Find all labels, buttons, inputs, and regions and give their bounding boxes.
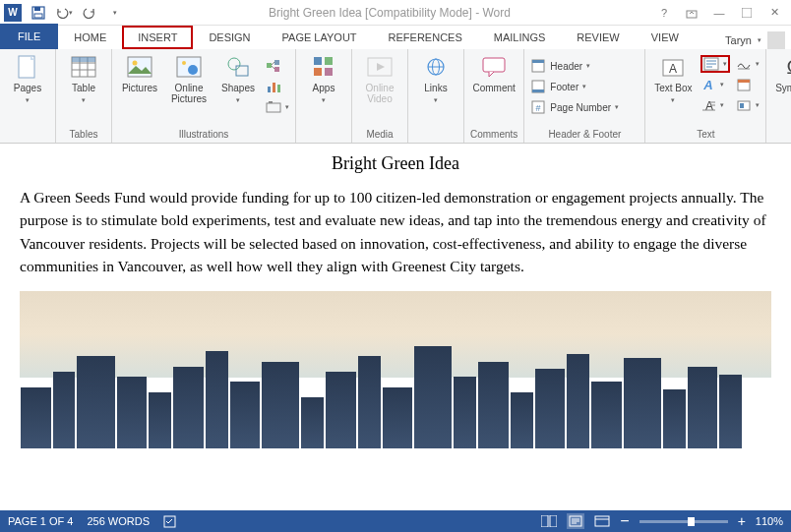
signature-line-button[interactable]: ▾ [736,55,760,73]
apps-button[interactable]: Apps▾ [302,53,345,104]
ribbon-tabs: FILE HOME INSERT DESIGN PAGE LAYOUT REFE… [0,26,791,49]
screenshot-button[interactable]: ▾ [266,98,289,116]
tab-insert[interactable]: INSERT [122,26,193,49]
tab-design[interactable]: DESIGN [193,26,266,49]
smartart-icon [266,58,281,74]
word-count[interactable]: 256 WORDS [87,515,150,527]
wordart-icon: A [700,77,716,92]
group-comments: Comment Comments [464,49,524,143]
symbols-button[interactable]: Ω Symbols▾ [772,53,791,104]
document-area[interactable]: Bright Green Idea A Green Seeds Fund wou… [0,144,791,510]
document-title: Bright Green Idea [20,153,771,174]
status-bar: PAGE 1 OF 4 256 WORDS − + 110% [0,510,791,532]
svg-rect-26 [277,85,280,92]
tab-view[interactable]: VIEW [636,26,695,49]
save-button[interactable] [28,2,49,24]
zoom-out-button[interactable]: − [620,512,629,530]
wordart-button[interactable]: A▾ [700,76,730,93]
user-name[interactable]: Taryn [725,34,752,46]
group-links: Links▾ [408,49,464,143]
tab-review[interactable]: REVIEW [561,26,635,49]
svg-rect-39 [532,60,544,63]
footer-button[interactable]: Footer ▾ [530,78,639,95]
online-pictures-button[interactable]: Online Pictures [167,53,211,104]
print-layout-icon[interactable] [567,513,584,529]
tab-file[interactable]: FILE [0,24,58,49]
svg-point-13 [133,61,138,66]
group-label-headerfooter: Header & Footer [548,127,621,143]
object-icon [736,97,752,113]
links-button[interactable]: Links▾ [414,53,457,104]
svg-rect-11 [72,57,95,62]
svg-line-23 [272,66,274,69]
qat-customize[interactable]: ▾ [104,2,126,24]
document-image[interactable] [20,291,771,448]
group-label-media: Media [366,127,393,143]
undo-button[interactable]: ▾ [53,2,75,24]
screenshot-icon [266,99,281,115]
svg-rect-4 [742,8,752,18]
drop-cap-button[interactable]: A▾ [700,96,730,114]
chevron-down-icon[interactable]: ▾ [758,36,761,44]
svg-rect-27 [267,103,280,112]
svg-rect-41 [532,89,544,92]
pictures-button[interactable]: Pictures [118,53,161,93]
redo-button[interactable] [79,2,100,24]
pages-button[interactable]: Pages▾ [6,53,49,104]
svg-text:A: A [703,78,713,91]
svg-rect-37 [483,58,505,72]
page-number-icon: # [530,99,546,115]
date-time-button[interactable] [736,76,760,93]
group-tables: Table▾ Tables [56,49,112,143]
zoom-slider[interactable] [639,520,728,523]
svg-text:Ω: Ω [787,56,791,78]
drop-cap-icon: A [700,97,716,113]
tab-page-layout[interactable]: PAGE LAYOUT [267,26,373,49]
text-box-button[interactable]: A Text Box ▾ [651,53,695,104]
avatar[interactable] [767,31,785,49]
svg-rect-24 [268,87,271,92]
read-mode-icon[interactable] [541,515,557,527]
minimize-button[interactable]: — [708,2,730,24]
zoom-in-button[interactable]: + [738,513,746,529]
ribbon: Pages▾ Table▾ Tables Pictures Online Pic… [0,49,791,144]
smartart-button[interactable] [266,57,289,75]
header-button[interactable]: Header ▾ [530,57,639,75]
tab-home[interactable]: HOME [58,26,122,49]
svg-rect-19 [267,63,272,68]
zoom-level[interactable]: 110% [756,515,783,527]
ribbon-options-icon[interactable] [681,2,702,24]
maximize-button[interactable] [736,2,758,24]
svg-rect-62 [541,515,548,527]
help-icon[interactable]: ? [653,2,675,24]
group-label-tables: Tables [70,127,98,143]
svg-rect-25 [273,83,275,92]
svg-rect-31 [314,68,322,76]
svg-rect-63 [550,515,557,527]
quick-access-toolbar: W ▾ ▾ [0,2,126,24]
tab-references[interactable]: REFERENCES [373,26,478,49]
table-button[interactable]: Table▾ [62,53,105,104]
close-button[interactable]: ✕ [763,2,785,24]
word-app-icon[interactable]: W [2,2,24,24]
svg-rect-1 [34,7,40,11]
page-indicator[interactable]: PAGE 1 OF 4 [8,515,73,527]
tab-mailings[interactable]: MAILINGS [478,26,562,49]
quick-parts-button[interactable]: ▾ [700,55,730,73]
page-number-button[interactable]: #Page Number ▾ [530,98,639,116]
object-button[interactable]: ▾ [736,96,760,114]
group-label-comments: Comments [470,127,517,143]
spellcheck-icon[interactable] [163,514,179,528]
shapes-button[interactable]: Shapes▾ [216,53,260,104]
group-symbols: Ω Symbols▾ [766,49,791,143]
comment-button[interactable]: Comment [472,53,516,93]
group-illustrations: Pictures Online Pictures Shapes▾ ▾ Illus… [112,49,296,143]
chart-button[interactable] [266,78,289,95]
svg-rect-20 [274,60,279,65]
svg-rect-2 [34,14,42,18]
web-layout-icon[interactable] [594,515,610,527]
svg-rect-57 [738,80,750,83]
svg-rect-28 [269,101,273,103]
svg-text:#: # [536,103,541,113]
group-header-footer: Header ▾ Footer ▾ #Page Number ▾ Header … [524,49,645,143]
